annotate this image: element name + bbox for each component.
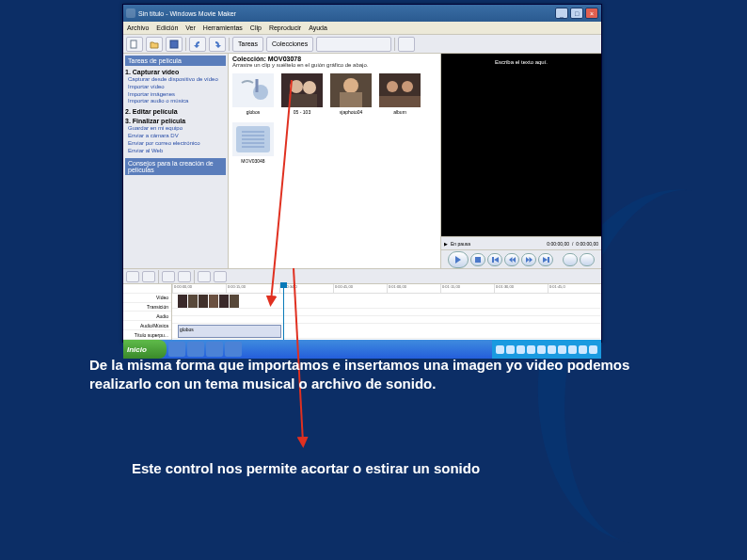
clip-thumb[interactable]: vjaphoto04 [330, 73, 372, 115]
clip-name: globos [246, 109, 261, 115]
preview-monitor: Escriba el texto aquí. [441, 54, 601, 236]
redo-button[interactable] [209, 37, 226, 52]
tasks-toggle[interactable]: Tareas [232, 37, 263, 52]
ruler-tick: 0:01:15,00 [440, 284, 494, 293]
menu-clip[interactable]: Clip [250, 24, 262, 31]
ruler-tick: 0:01:30,00 [494, 284, 548, 293]
transition-track[interactable] [172, 309, 601, 316]
photo-thumb [379, 73, 421, 107]
zoom-out-button[interactable] [178, 271, 191, 282]
undo-button[interactable] [189, 37, 206, 52]
svg-rect-17 [475, 257, 481, 263]
forward-button[interactable] [521, 253, 536, 266]
title-bar[interactable]: Sin título - Windows Movie Maker _ □ × [123, 5, 601, 22]
timeline[interactable]: Vídeo Transición Audio Audio/Música Títu… [123, 283, 601, 340]
title-track[interactable] [172, 339, 601, 346]
track-label-transition: Transición [123, 303, 171, 312]
save-button[interactable] [166, 37, 183, 52]
annotation-text-2: Este control nos permite acortar o estir… [132, 459, 489, 478]
timeline-rewind-button[interactable] [142, 271, 155, 282]
svg-point-6 [303, 81, 316, 94]
track-label-audio-music: Audio/Música [123, 321, 171, 330]
menu-edicion[interactable]: Edición [156, 24, 178, 31]
collection-dropdown[interactable] [316, 37, 391, 52]
timeline-tracks[interactable]: 0:00:00,00 0:00:15,00 0:00:34,0 0:00:45,… [172, 284, 601, 340]
timeline-play-button[interactable] [126, 271, 139, 282]
task-capture-device[interactable]: Capturar desde dispositivo de vídeo [128, 76, 226, 84]
clip-thumb[interactable]: globos [232, 73, 274, 115]
ruler-tick: 0:00:34,0 [279, 284, 333, 293]
menu-reproducir[interactable]: Reproducir [269, 24, 301, 31]
timeline-ruler[interactable]: 0:00:00,00 0:00:15,00 0:00:34,0 0:00:45,… [172, 284, 601, 294]
clip-name: vjaphoto04 [340, 109, 362, 115]
audio-clip-icon [232, 73, 274, 107]
new-button[interactable] [126, 37, 143, 52]
preview-info: ▶En pausa 0:00:00,00 / 0:00:00,00 [441, 236, 601, 249]
ruler-tick: 0:00:00,00 [172, 284, 226, 293]
collection-title: Colección: MOV03078 [232, 56, 437, 62]
ruler-tick: 0:00:15,00 [226, 284, 279, 293]
video-clip[interactable] [178, 295, 240, 308]
tasks-pane: Tareas de película 1. Capturar vídeo Cap… [123, 54, 229, 268]
next-button[interactable] [538, 253, 553, 266]
task-import-video[interactable]: Importar vídeo [128, 84, 226, 91]
task-send-web[interactable]: Enviar al Web [128, 148, 226, 155]
snapshot-button[interactable] [580, 253, 595, 266]
clip-thumb[interactable]: album [379, 73, 421, 115]
video-track[interactable] [172, 294, 601, 309]
task-import-audio[interactable]: Importar audio o música [128, 98, 226, 105]
menu-ver[interactable]: Ver [185, 24, 196, 31]
toolbar-separator [185, 38, 186, 51]
playhead[interactable] [283, 284, 284, 340]
menu-ayuda[interactable]: Ayuda [309, 24, 327, 31]
task-save-computer[interactable]: Guardar en mi equipo [128, 125, 226, 133]
audio-music-track[interactable]: globos [172, 324, 601, 339]
timeline-toolbar [123, 268, 601, 283]
zoom-in-button[interactable] [162, 271, 175, 282]
photo-thumb [281, 73, 323, 107]
menu-archivo[interactable]: Archivo [127, 24, 149, 31]
audio-clip[interactable]: globos [178, 325, 281, 338]
ruler-tick: 0:01:45,0 [548, 284, 601, 293]
clip-thumb[interactable]: MOV03048 [232, 122, 274, 164]
track-label-video: Vídeo [123, 294, 171, 303]
ruler-tick: 0:01:00,00 [387, 284, 440, 293]
svg-point-3 [253, 85, 268, 100]
view-toggle[interactable] [398, 37, 415, 52]
menu-bar: Archivo Edición Ver Herramientas Clip Re… [123, 22, 601, 35]
task-send-email[interactable]: Enviar por correo electrónico [128, 140, 226, 148]
ruler-tick: 0:00:45,00 [333, 284, 387, 293]
tips-header[interactable]: Consejos para la creación de películas [125, 158, 226, 175]
audio-track[interactable] [172, 316, 601, 324]
toolbar-separator [229, 38, 230, 51]
split-button[interactable] [563, 253, 578, 266]
preview-controls [441, 249, 601, 268]
narrate-button[interactable] [198, 271, 211, 282]
audio-levels-button[interactable] [214, 271, 227, 282]
task-send-dv[interactable]: Enviar a cámara DV [128, 133, 226, 140]
ruler-label [123, 284, 171, 294]
maximize-button[interactable]: □ [570, 8, 583, 19]
play-button[interactable] [448, 251, 469, 268]
step-edit[interactable]: 2. Editar película [125, 108, 226, 115]
clip-name: MOV03048 [241, 158, 264, 164]
clip-thumb[interactable]: 05 - 103 [281, 73, 323, 115]
open-button[interactable] [146, 37, 163, 52]
task-import-images[interactable]: Importar imágenes [128, 91, 226, 99]
collections-toggle[interactable]: Colecciones [266, 37, 313, 52]
stop-button[interactable] [470, 253, 485, 266]
svg-rect-10 [340, 92, 362, 107]
movie-maker-window: Sin título - Windows Movie Maker _ □ × A… [122, 4, 602, 343]
step-finish[interactable]: 3. Finalizar película [125, 118, 226, 124]
rewind-button[interactable] [504, 253, 519, 266]
prev-button[interactable] [487, 253, 502, 266]
svg-rect-1 [170, 40, 178, 48]
preview-total: 0:00:00,00 [576, 241, 598, 247]
close-button[interactable]: × [585, 8, 598, 19]
step-capture[interactable]: 1. Capturar vídeo [125, 69, 226, 75]
minimize-button[interactable]: _ [555, 8, 568, 19]
svg-rect-0 [131, 40, 136, 48]
app-icon [126, 8, 135, 18]
menu-herramientas[interactable]: Herramientas [203, 24, 243, 31]
toolbar-separator [158, 270, 159, 283]
